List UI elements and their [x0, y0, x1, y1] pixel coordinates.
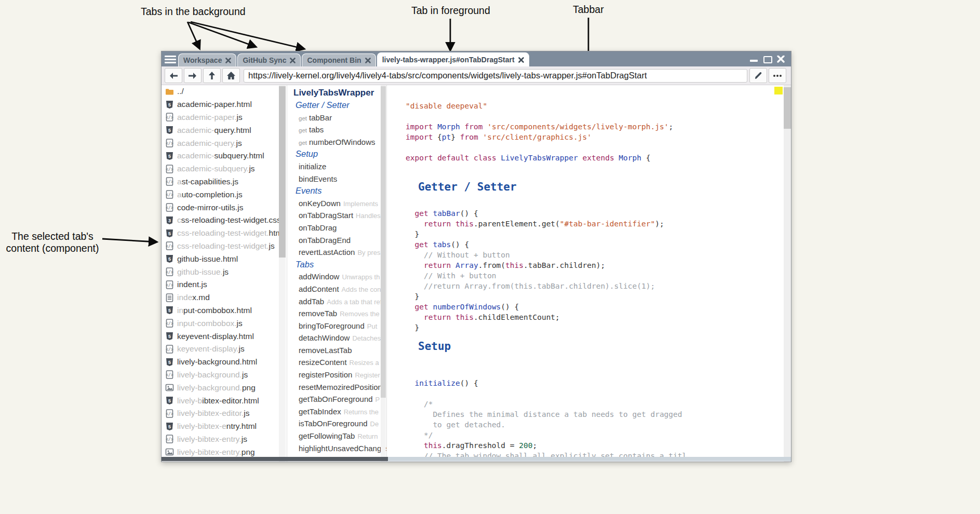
- back-button[interactable]: [165, 68, 182, 83]
- outline-method[interactable]: registerPositionRegister: [287, 369, 387, 381]
- file-item[interactable]: </>auto-completion.js: [162, 188, 283, 201]
- outline-label: getTabOnForeground: [299, 395, 373, 403]
- edit-button[interactable]: [749, 68, 767, 83]
- close-button[interactable]: [777, 56, 785, 63]
- outline-method[interactable]: removeLastTab: [287, 344, 387, 357]
- file-item[interactable]: </>lively-bibtex-entry.js: [162, 433, 283, 446]
- outline-label: Setup: [296, 149, 318, 158]
- outline-method[interactable]: onKeyDownImplements: [287, 197, 387, 210]
- file-item[interactable]: 5lively-bibtex-entry.html: [162, 420, 283, 433]
- file-item[interactable]: </>input-combobox.js: [162, 317, 283, 330]
- js-file-icon: </>: [165, 165, 174, 173]
- outline-method[interactable]: isTabOnForegroundDe: [287, 417, 387, 430]
- file-name-prefix: lively-b: [177, 396, 202, 405]
- outline-method[interactable]: getFollowingTabReturn: [287, 430, 387, 442]
- file-item[interactable]: 5academic-query.html: [162, 124, 283, 137]
- code-line: get tabBar() {: [406, 208, 791, 219]
- file-item[interactable]: 3css-reloading-test-widget.css: [162, 214, 283, 227]
- outline-method[interactable]: addContentAdds the con: [287, 283, 387, 295]
- outline-method[interactable]: detachWindowDetaches: [287, 332, 387, 344]
- outline-method[interactable]: revertLastActionBy pres: [287, 246, 387, 259]
- file-item[interactable]: 5keyevent-display.html: [162, 330, 283, 343]
- arrow-to-tab3: [191, 22, 304, 49]
- file-item[interactable]: </>academic-subquery.js: [162, 163, 283, 175]
- outline-section[interactable]: Setup: [287, 148, 387, 160]
- minimize-button[interactable]: [750, 56, 758, 63]
- outline-method[interactable]: onTabDragEnd: [287, 234, 387, 247]
- code-line: get tabs() {: [406, 239, 791, 250]
- file-list-scrollbar[interactable]: [279, 85, 286, 462]
- file-item[interactable]: 5input-combobox.html: [162, 304, 283, 317]
- file-item[interactable]: lively-background.png: [162, 381, 283, 394]
- file-item[interactable]: </>github-issue.js: [162, 265, 283, 278]
- forward-button[interactable]: [184, 68, 202, 83]
- file-item[interactable]: </>lively-background.js: [162, 369, 283, 382]
- svg-text:</>: </>: [166, 206, 173, 210]
- file-name: query.html: [214, 126, 251, 135]
- outline-note: Returns the: [344, 408, 379, 416]
- file-item[interactable]: 5lively-bibtex-editor.html: [162, 394, 283, 407]
- file-item[interactable]: </>lively-bibtex-editor.js: [162, 407, 283, 420]
- outline-method[interactable]: gettabs: [287, 124, 387, 136]
- outline-section[interactable]: Tabs: [287, 259, 387, 271]
- outline-method[interactable]: resizeContentResizes a: [287, 356, 387, 369]
- tab-close-icon[interactable]: [365, 58, 371, 63]
- file-item[interactable]: </>academic-paper.js: [162, 111, 283, 124]
- outline-method[interactable]: highlightUnsavedChanges: [287, 442, 387, 455]
- outline-method[interactable]: removeTabRemoves the: [287, 307, 387, 320]
- outline-method[interactable]: resetMemoziredPosition: [287, 381, 387, 394]
- horizontal-scrollbar[interactable]: [162, 457, 791, 461]
- js-file-icon: </>: [165, 139, 174, 147]
- outline-method[interactable]: getTabIndexReturns the: [287, 405, 387, 418]
- file-item[interactable]: 5css-reloading-test-widget.html: [162, 227, 283, 240]
- code-section-heading: Setup: [418, 340, 791, 353]
- outline-method[interactable]: getnumberOfWindows: [287, 136, 387, 148]
- svg-text:5: 5: [168, 398, 171, 403]
- outline-method[interactable]: initialize: [287, 160, 387, 173]
- svg-text:</>: </>: [166, 437, 173, 442]
- file-item[interactable]: 5github-issue.html: [162, 252, 283, 265]
- file-name-prefix: github-issue.: [177, 267, 223, 277]
- outline-method[interactable]: onTabDragStartHandles: [287, 209, 387, 222]
- file-item[interactable]: </>academic-query.js: [162, 137, 283, 150]
- tab-close-icon[interactable]: [518, 57, 524, 63]
- file-item[interactable]: </>code-mirror-utils.js: [162, 201, 283, 214]
- home-button[interactable]: [222, 68, 240, 83]
- menu-icon[interactable]: [165, 53, 176, 65]
- file-item[interactable]: 5lively-background.html: [162, 356, 283, 369]
- horizontal-scrollbar-thumb[interactable]: [162, 457, 388, 461]
- file-item[interactable]: </>css-reloading-test-widget.js: [162, 240, 283, 253]
- outline-method[interactable]: gettabBar: [287, 112, 387, 124]
- outline-method[interactable]: bringToForegroundPut: [287, 320, 387, 332]
- code-scrollbar[interactable]: [784, 85, 791, 462]
- outline-method[interactable]: bindEvents: [287, 173, 387, 185]
- file-item[interactable]: index.md: [162, 291, 283, 304]
- up-button[interactable]: [203, 68, 221, 83]
- file-item[interactable]: 5academic-paper.html: [162, 98, 283, 111]
- js-file-icon: </>: [165, 177, 174, 186]
- outline-scrollbar[interactable]: [381, 85, 386, 462]
- file-item[interactable]: </>indent.js: [162, 278, 283, 291]
- outline-note: Adds the con: [342, 286, 381, 293]
- code-line: }: [406, 229, 791, 239]
- maximize-button[interactable]: [763, 56, 771, 63]
- file-item[interactable]: </>ast-capabilities.js: [162, 175, 283, 188]
- file-item[interactable]: ../: [162, 85, 283, 98]
- url-input[interactable]: https://lively-kernel.org/lively4/lively…: [244, 69, 747, 83]
- more-options-button[interactable]: [769, 68, 786, 83]
- tab-background-1[interactable]: GitHub Sync: [237, 53, 301, 66]
- code-editor[interactable]: "disable deepeval"import Morph from 'src…: [387, 85, 791, 461]
- file-item[interactable]: 5academic-subquery.html: [162, 150, 283, 163]
- outline-method[interactable]: addTabAdds a tab that ref: [287, 295, 387, 308]
- tab-background-0[interactable]: Workspace: [178, 53, 236, 66]
- tab-close-icon[interactable]: [290, 58, 296, 63]
- tab-close-icon[interactable]: [225, 58, 231, 63]
- tab-foreground[interactable]: lively-tabs-wrapper.js#onTabDragStart: [377, 52, 529, 66]
- outline-method[interactable]: addWindowUnwrapps th: [287, 270, 387, 283]
- outline-method[interactable]: getTabOnForegroundP: [287, 393, 387, 405]
- tab-background-2[interactable]: Component Bin: [302, 53, 375, 66]
- outline-section[interactable]: Getter / Setter: [287, 99, 387, 112]
- outline-method[interactable]: onTabDrag: [287, 222, 387, 234]
- file-item[interactable]: </>keyevent-display.js: [162, 343, 283, 356]
- outline-section[interactable]: Events: [287, 185, 387, 197]
